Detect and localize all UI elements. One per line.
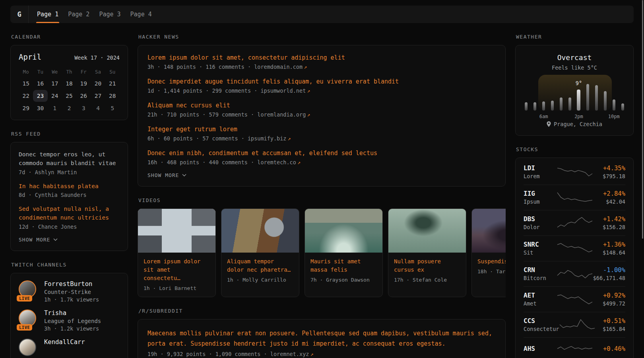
video-title[interactable]: Nullam posuere cursus ex [394,257,460,274]
twitch-channel-info: KendallCarr [44,339,85,358]
weather-location: Prague, Czechia [554,121,602,127]
weather-bar-current [577,90,580,111]
calendar-day[interactable]: 24 [48,90,62,102]
video-title[interactable]: Suspendisse diam [477,257,506,266]
hn-item-title[interactable]: Integer eget rutrum lorem [147,126,496,133]
stock-row[interactable]: IIGIpsum+2.84%$42.04 [524,185,625,210]
video-thumbnail[interactable] [388,209,466,253]
external-link-icon[interactable]: ↗ [288,136,291,142]
calendar-day-grid: 1516171819202122232425262728293012345 [19,78,120,114]
video-title[interactable]: Lorem ipsum dolor sit amet consectetu… [144,257,210,282]
hn-item-meta: 21h · 710 points · 579 comments · loreml… [147,111,496,118]
calendar-day[interactable]: 17 [48,78,62,90]
rss-item-title[interactable]: Sed volutpat nulla nisl, a condimentum n… [19,205,120,222]
calendar-day[interactable]: 16 [33,78,47,90]
video-card[interactable]: Mauris sit amet massa felis7h · Grayson … [305,208,383,297]
video-title[interactable]: Aliquam tempor dolor nec pharetra… [227,257,293,274]
twitch-avatar[interactable] [19,339,38,358]
tab-page-4[interactable]: Page 4 [126,6,157,23]
calendar-day[interactable]: 15 [19,78,33,90]
video-card[interactable]: Aliquam tempor dolor nec pharetra…1h · M… [221,208,299,297]
calendar-day[interactable]: 19 [76,78,91,90]
hn-item-title[interactable]: Donec imperdiet augue tincidunt felis al… [147,78,496,85]
twitch-channel-name[interactable]: Trisha [44,309,101,317]
rss-item-meta: 12d · Chance Jones [19,224,120,230]
stock-price: $795.18 [593,173,625,179]
stock-sparkline-cell [557,292,593,306]
weather-bar-slot: 6am [542,80,545,111]
stock-symbol: CCS [524,317,559,325]
videos-section: VIDEOS Lorem ipsum dolor sit amet consec… [138,197,506,297]
stock-name: Sit [524,249,557,256]
calendar-day[interactable]: 3 [76,102,91,114]
hn-item-meta: 6h · 60 points · 57 comments · ipsumify.… [147,135,496,142]
stock-row[interactable]: AETAmet+0.92%$499.72 [524,287,625,312]
hn-show-more-button[interactable]: SHOW MORE [147,172,496,178]
calendar-day[interactable]: 21 [105,78,120,90]
app-logo[interactable]: G [10,6,29,23]
time-axis-label: 2pm [574,114,583,119]
stock-identity: LDILorem [524,164,557,179]
weather-bar [525,102,528,111]
video-thumbnail[interactable] [221,209,299,253]
rss-show-more-button[interactable]: SHOW MORE [19,237,120,243]
external-link-icon[interactable]: ↗ [307,112,310,118]
stock-row[interactable]: AHS+0.46% [524,338,625,358]
stock-sparkline [557,342,593,356]
calendar-day[interactable]: 28 [105,90,120,102]
twitch-channel-name[interactable]: ForrestBurton [44,280,99,288]
weather-bar-slot [595,80,598,111]
stock-row[interactable]: SNRCSit+1.36%$148.64 [524,236,625,261]
video-card[interactable]: Nullam posuere cursus ex17h · Stefan Col… [388,208,466,297]
calendar-day[interactable]: 30 [33,102,47,114]
calendar-day[interactable]: 20 [91,78,105,90]
video-thumbnail[interactable] [138,209,215,253]
page-tabs: Page 1 Page 2 Page 3 Page 4 [29,6,157,23]
twitch-channel-row: KendallCarr [19,339,120,358]
scrollbar[interactable] [642,0,643,239]
subreddit-post-title[interactable]: Maecenas mollis pulvinar erat non posuer… [147,328,496,349]
weather-condition: Overcast [524,53,625,62]
external-link-icon[interactable]: ↗ [297,160,301,165]
stock-row[interactable]: CRNBitcorn-1.00%$66,171.48 [524,261,625,287]
stock-row[interactable]: DBSDolor+1.42%$156.28 [524,210,625,236]
twitch-card: LIVEForrestBurtonCounter-Strike1h · 1.7k… [10,273,128,358]
video-card[interactable]: Suspendisse diam18h · Tara [471,208,506,297]
twitch-avatar[interactable]: LIVE [19,280,38,300]
calendar-day[interactable]: 1 [48,102,62,114]
hn-item-title[interactable]: Aliquam nec cursus elit [147,102,496,109]
stock-row[interactable]: LDILorem+4.35%$795.18 [524,160,625,185]
stock-row[interactable]: CCSConsectetur+0.51%$165.84 [524,312,625,338]
calendar-day[interactable]: 2 [62,102,76,114]
tab-page-2[interactable]: Page 2 [63,6,94,23]
twitch-avatar[interactable]: LIVE [19,309,38,329]
chevron-down-icon [53,238,58,241]
tab-page-3[interactable]: Page 3 [94,6,125,23]
calendar-day[interactable]: 26 [76,90,91,102]
hn-item-title[interactable]: Donec enim nibh, condimentum et accumsan… [147,150,496,157]
external-link-icon[interactable]: ↗ [304,64,307,70]
calendar-day[interactable]: 22 [19,90,33,102]
calendar-day-selected[interactable]: 23 [33,90,47,102]
video-thumbnail[interactable] [472,209,506,253]
external-link-icon[interactable]: ↗ [307,88,310,94]
stock-values: -1.00%$66,171.48 [593,267,625,281]
stock-symbol: LDI [524,164,557,172]
calendar-day[interactable]: 29 [19,102,33,114]
calendar-day[interactable]: 4 [91,102,105,114]
stock-identity: SNRCSit [524,241,557,256]
video-card[interactable]: Lorem ipsum dolor sit amet consectetu…1h… [138,208,216,297]
video-title[interactable]: Mauris sit amet massa felis [310,257,377,274]
calendar-day[interactable]: 27 [91,90,105,102]
rss-item-title[interactable]: Donec tempor eros leo, ut commodo mauris… [19,150,120,168]
chevron-down-icon [182,174,186,177]
calendar-day[interactable]: 5 [105,102,120,114]
twitch-channel-name[interactable]: KendallCarr [44,339,85,346]
twitch-channel-game: League of Legends [44,318,101,324]
calendar-day[interactable]: 18 [62,78,76,90]
tab-page-1[interactable]: Page 1 [32,6,63,23]
calendar-day[interactable]: 25 [62,90,76,102]
hn-item-title[interactable]: Lorem ipsum dolor sit amet, consectetur … [147,54,496,61]
video-thumbnail[interactable] [305,209,382,253]
rss-item-title[interactable]: In hac habitasse platea [19,182,120,191]
